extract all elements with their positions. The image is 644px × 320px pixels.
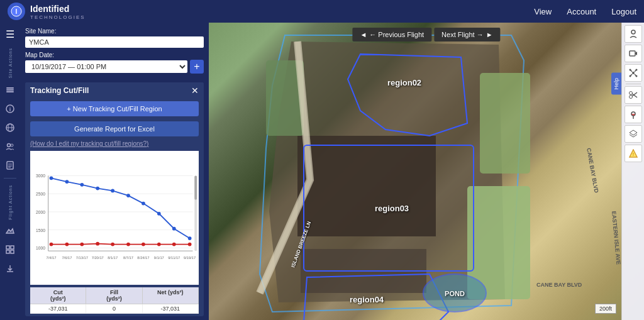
logo-icon: I [8, 3, 25, 20]
svg-rect-64 [194, 176, 197, 200]
person-tool-button[interactable] [625, 25, 642, 43]
tracking-title: Tracking Cut/Fill [30, 86, 89, 95]
svg-text:7/20/17: 7/20/17 [92, 256, 104, 260]
site-actions-label: Site Actions [8, 48, 13, 79]
date-row: 10/19/2017 — 01:00 PM + [25, 60, 204, 74]
site-name-field-group: Site Name: YMCA [25, 28, 204, 48]
svg-text:8/7/17: 8/7/17 [123, 256, 133, 260]
account-link[interactable]: Account [567, 7, 596, 16]
site-name-select[interactable]: YMCA [25, 36, 204, 48]
svg-point-37 [111, 189, 114, 193]
svg-rect-19 [11, 250, 14, 253]
svg-rect-18 [6, 250, 9, 253]
logo-subtext: TECHNOLOGIES [30, 14, 86, 20]
info-icon-btn[interactable]: i [1, 100, 19, 118]
top-navigation: I Identified TECHNOLOGIES View Account L… [0, 0, 644, 23]
add-date-button[interactable]: + [190, 60, 204, 74]
cut-header: Cut(yds²) [30, 287, 86, 304]
prev-flight-button[interactable]: ◄ ← Previous Flight [352, 28, 431, 41]
video-tool-button[interactable] [625, 45, 642, 62]
location-tool-button[interactable] [625, 106, 642, 123]
generate-report-button[interactable]: Generate Report for Excel [30, 121, 199, 136]
svg-text:9/11/17: 9/11/17 [168, 256, 180, 260]
tracking-close-button[interactable]: ✕ [191, 86, 199, 95]
svg-point-45 [80, 243, 84, 246]
svg-point-34 [65, 180, 69, 184]
svg-rect-17 [11, 246, 14, 249]
svg-point-47 [111, 243, 114, 246]
svg-point-35 [80, 183, 84, 187]
layers-icon-btn[interactable] [1, 81, 19, 99]
next-flight-button[interactable]: Next Flight → ► [434, 28, 501, 41]
svg-point-92 [635, 69, 637, 71]
svg-point-84 [631, 30, 635, 34]
svg-point-11 [11, 144, 13, 146]
panel-controls: Site Name: YMCA Map Date: 10/19/2017 — 0… [20, 23, 209, 82]
map-date-select[interactable]: 10/19/2017 — 01:00 PM [25, 60, 187, 73]
svg-point-51 [172, 243, 176, 246]
svg-point-94 [635, 75, 637, 77]
tracking-header: Tracking Cut/Fill ✕ [25, 82, 204, 99]
prev-arrow-icon: ◄ [360, 31, 367, 38]
svg-point-42 [188, 236, 192, 240]
svg-rect-2 [6, 87, 14, 89]
globe-icon-btn[interactable] [1, 119, 19, 136]
main-layout: ☰ Site Actions i Flight Actions [0, 23, 644, 320]
help-link[interactable]: (How do I edit my tracking cut/fill regi… [25, 139, 204, 148]
next-flight-label: Next Flight → [441, 31, 484, 38]
svg-rect-12 [7, 162, 13, 169]
users-icon-btn[interactable] [1, 138, 19, 155]
help-tab[interactable]: Help [611, 73, 621, 95]
map-date-field-group: Map Date: 10/19/2017 — 01:00 PM + [25, 52, 204, 74]
svg-text:1500: 1500 [36, 228, 45, 233]
map-svg-overlay: region02 region03 region04 POND ISLAND B… [209, 23, 644, 320]
svg-text:region04: region04 [350, 295, 384, 304]
fill-value: 0 [86, 304, 142, 313]
svg-point-40 [157, 212, 161, 216]
right-toolbar: ! [621, 23, 644, 320]
svg-point-48 [126, 243, 130, 246]
site-name-label: Site Name: [25, 28, 204, 35]
svg-point-10 [8, 143, 11, 146]
svg-text:region02: region02 [387, 78, 421, 87]
svg-point-93 [629, 75, 631, 77]
left-sidebar: ☰ Site Actions i Flight Actions [0, 23, 20, 320]
data-table: Cut(yds²) Fill(yds²) Net (yds²) -37,031 … [30, 287, 199, 314]
view-link[interactable]: View [534, 7, 552, 16]
svg-text:8/24/17: 8/24/17 [137, 256, 149, 260]
grid-icon-btn[interactable] [1, 241, 19, 258]
svg-text:3000: 3000 [36, 174, 45, 178]
side-panel: Site Name: YMCA Map Date: 10/19/2017 — 0… [20, 23, 209, 320]
svg-point-46 [96, 242, 99, 246]
svg-rect-4 [6, 91, 14, 92]
fill-header: Fill(yds²) [86, 287, 142, 304]
svg-point-52 [188, 243, 192, 246]
warning-tool-button[interactable]: ! [625, 145, 642, 162]
layers-tool-button[interactable] [625, 125, 642, 143]
menu-toggle-button[interactable]: ☰ [1, 25, 19, 43]
flight-navigation: ◄ ← Previous Flight Next Flight → ► [352, 28, 500, 41]
svg-text:9/1/17: 9/1/17 [154, 256, 164, 260]
download-icon-btn[interactable] [1, 260, 19, 277]
terrain-icon-btn[interactable] [1, 222, 19, 240]
flight-actions-label: Flight Actions [8, 185, 13, 220]
scale-value: 200ft [599, 306, 612, 312]
logout-link[interactable]: Logout [611, 7, 636, 16]
svg-point-39 [142, 202, 145, 206]
tracking-panel: Tracking Cut/Fill ✕ + New Tracking Cut/F… [25, 82, 204, 316]
new-region-button[interactable]: + New Tracking Cut/Fill Region [30, 101, 199, 116]
svg-point-50 [157, 243, 161, 246]
svg-text:region03: region03 [375, 204, 409, 213]
prev-flight-label: ← Previous Flight [369, 31, 424, 38]
map-area[interactable]: region02 region03 region04 POND ISLAND B… [209, 23, 644, 320]
net-header: Net (yds²) [143, 287, 199, 304]
table-header: Cut(yds²) Fill(yds²) Net (yds²) [30, 287, 199, 304]
drone-tool-button[interactable] [625, 64, 642, 82]
document-icon-btn[interactable] [1, 157, 19, 174]
svg-text:CANE BAY BLVD: CANE BAY BLVD [586, 148, 599, 194]
svg-point-38 [126, 194, 130, 197]
svg-text:2500: 2500 [36, 192, 45, 196]
svg-text:1000: 1000 [36, 246, 45, 250]
svg-rect-68 [480, 73, 530, 174]
scissors-tool-button[interactable] [625, 86, 642, 104]
